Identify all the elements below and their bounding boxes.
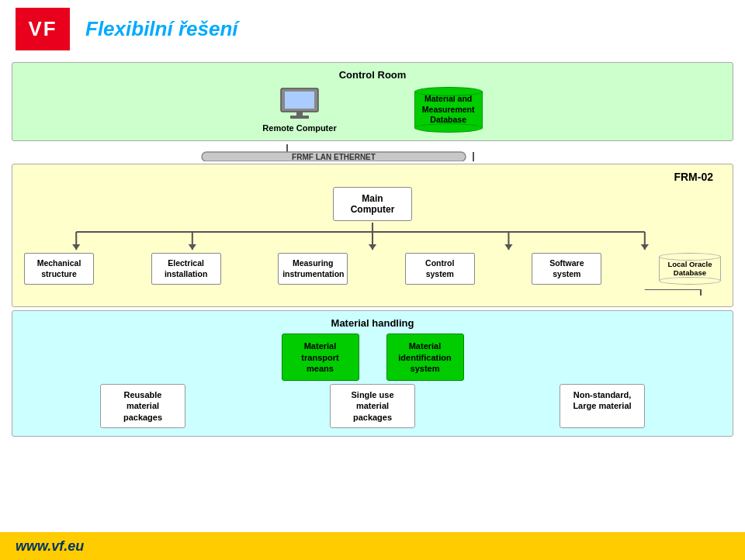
control-label: Controlsystem: [425, 258, 454, 278]
frm02-section: FRM-02 MainComputer: [12, 164, 733, 307]
electrical-label: Electricalinstallation: [165, 258, 207, 278]
material-handling-label: Material handling: [20, 317, 725, 329]
software-oracle-connector: [20, 289, 725, 296]
material-transport-box: Material transportmeans: [282, 334, 359, 381]
control-room-section: Control Room Remote Computer Material an…: [12, 62, 733, 141]
sub-item-software: Softwaresystem: [532, 253, 601, 285]
svg-marker-17: [369, 244, 376, 250]
svg-marker-19: [641, 244, 649, 250]
non-standard-box: Non-standard,Large material: [560, 384, 645, 428]
diagram-area: Control Room Remote Computer Material an…: [0, 58, 745, 441]
control-room-label: Control Room: [24, 69, 721, 81]
svg-text:FRMF LAN ETHERNET: FRMF LAN ETHERNET: [292, 153, 376, 161]
svg-marker-15: [72, 244, 80, 250]
white-boxes-row: Reusable materialpackages Single usemate…: [20, 384, 725, 428]
material-handling-section: Material handling Material transportmean…: [12, 310, 733, 437]
header: VF Flexibilní řešení: [0, 0, 745, 58]
green-boxes-row: Material transportmeans Materialidentifi…: [20, 334, 725, 381]
single-use-box: Single usematerial packages: [330, 384, 415, 428]
svg-marker-16: [189, 244, 196, 250]
software-box: Softwaresystem: [532, 253, 601, 285]
oracle-db: Local Oracle Database: [659, 253, 721, 285]
logo: VF: [16, 8, 70, 50]
db-cyl-bottom: [414, 123, 483, 133]
control-box: Controlsystem: [405, 253, 475, 285]
reusable-material-box: Reusable materialpackages: [100, 384, 185, 428]
lan-connector-svg: FRMF LAN ETHERNET: [140, 144, 605, 161]
sub-item-control: Controlsystem: [405, 253, 475, 285]
oracle-label: Local Oracle Database: [667, 260, 712, 278]
frm02-main-computer: MainComputer: [20, 187, 725, 221]
footer: www.vf.eu: [0, 532, 745, 560]
branch-connector-svg: [20, 223, 725, 250]
oracle-cyl-top: [659, 253, 721, 261]
sub-items-row: Mechanicalstructure Electricalinstallati…: [20, 253, 725, 285]
sub-item-electrical: Electricalinstallation: [151, 253, 221, 285]
page-title: Flexibilní řešení: [85, 17, 238, 41]
main-computer-label: MainComputer: [351, 193, 395, 215]
frm02-label: FRM-02: [20, 171, 725, 183]
sub-item-mechanical: Mechanicalstructure: [24, 253, 94, 285]
mechanical-box: Mechanicalstructure: [24, 253, 94, 285]
database-label: Material and Measurement Database: [422, 94, 475, 126]
svg-marker-18: [504, 244, 512, 250]
single-use-label: Single usematerial packages: [351, 390, 393, 422]
remote-computer-label: Remote Computer: [262, 123, 336, 133]
svg-rect-1: [285, 92, 314, 109]
material-transport-label: Material transportmeans: [301, 341, 338, 373]
lan-row: FRMF LAN ETHERNET: [12, 144, 733, 161]
remote-computer-block: Remote Computer: [262, 87, 336, 133]
db-cyl-top: [414, 87, 483, 96]
reusable-label: Reusable materialpackages: [123, 390, 162, 422]
database-cylinder: Material and Measurement Database: [414, 87, 483, 133]
footer-url: www.vf.eu: [16, 538, 84, 555]
non-standard-label: Non-standard,Large material: [573, 390, 631, 410]
svg-rect-3: [290, 116, 309, 119]
material-identification-box: Materialidentificationsystem: [386, 334, 464, 381]
measuring-label: Measuringinstrumentation: [282, 258, 344, 278]
measuring-box: Measuringinstrumentation: [278, 253, 348, 285]
svg-rect-2: [296, 112, 303, 116]
db-cyl-body: Material and Measurement Database: [414, 92, 483, 128]
monitor-icon: [279, 87, 320, 121]
oracle-cyl-bottom: [659, 277, 721, 285]
mechanical-label: Mechanicalstructure: [37, 258, 81, 278]
electrical-box: Electricalinstallation: [151, 253, 221, 285]
software-label: Softwaresystem: [549, 258, 584, 278]
material-identification-label: Materialidentificationsystem: [398, 341, 451, 373]
sub-item-measuring: Measuringinstrumentation: [278, 253, 348, 285]
logo-text: VF: [28, 17, 57, 41]
control-room-content: Remote Computer Material and Measurement…: [24, 87, 721, 133]
main-computer-box: MainComputer: [333, 187, 413, 221]
